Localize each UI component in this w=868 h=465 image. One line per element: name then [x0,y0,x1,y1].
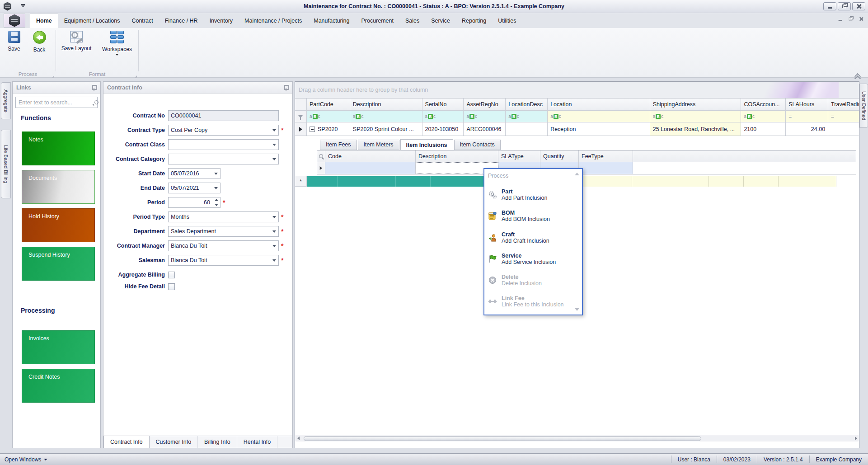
end-date-picker[interactable]: 05/07/2021 [168,183,221,193]
collapse-ribbon-icon[interactable] [854,72,862,78]
column-header-locationdesc[interactable]: LocationDesc [506,99,548,111]
period-type-select[interactable]: Months [168,211,279,222]
spin-down-icon[interactable] [215,204,218,206]
hold-history-button[interactable]: Hold History [22,208,95,242]
scroll-down-icon[interactable] [575,308,579,311]
menu-item-part[interactable]: PartAdd Part Inclusion [488,187,578,202]
menu-item-service[interactable]: ServiceAdd Service Inclusion [488,251,578,267]
tab-billing-info[interactable]: Billing Info [198,436,237,448]
filter-travelradius[interactable]: = [828,111,859,122]
column-header-location[interactable]: Location [548,99,650,111]
scroll-right-icon[interactable] [855,437,857,440]
tab-contract-info[interactable]: Contract Info [103,436,150,448]
side-tab-aggregate[interactable]: Aggregate [1,82,11,119]
period-spinner[interactable]: 60 [168,197,221,208]
group-launcher-icon[interactable] [52,75,54,78]
tab-equipment-locations[interactable]: Equipment / Locations [58,13,126,28]
aggregate-billing-checkbox[interactable] [168,272,175,278]
filter-locationdesc[interactable]: aBc [506,111,548,122]
newrow-feetype-cell[interactable] [579,162,633,174]
mdi-minimize-icon[interactable] [839,20,842,21]
tab-service[interactable]: Service [425,13,456,28]
filter-shippingaddress[interactable]: aBc [650,111,741,122]
column-header-description[interactable]: Description [350,99,422,111]
search-icon[interactable] [94,100,94,105]
close-button[interactable] [852,2,865,10]
collapse-icon[interactable] [310,127,315,132]
side-tab-life-based-billing[interactable]: Life Based Billing [1,130,11,198]
contract-class-select[interactable] [168,139,279,150]
grid-data-row[interactable]: SP2020 SP2020 Sprint Colour ... 2020-103… [295,122,859,136]
mdi-restore-icon[interactable] [849,18,853,21]
save-layout-button[interactable]: Save Layout [61,31,92,52]
credit-notes-button[interactable]: Credit Notes [22,369,95,403]
tab-item-meters[interactable]: Item Meters [358,140,399,150]
subcolumn-quantity[interactable]: Quantity [540,150,579,162]
invoices-button[interactable]: Invoices [22,330,95,364]
start-date-picker[interactable]: 05/07/2016 [168,168,221,179]
spin-up-icon[interactable] [215,199,218,201]
filter-description[interactable]: aBc [350,111,422,122]
links-search[interactable] [15,97,98,108]
column-header-serialno[interactable]: SerialNo [422,99,464,111]
pin-icon[interactable] [91,85,97,91]
column-header-travelradius[interactable]: TravelRadiu... [828,99,859,111]
column-header-shippingaddress[interactable]: ShippingAddress [650,99,741,111]
side-tab-user-defined[interactable]: User Defined [859,84,868,128]
column-header-cosaccount[interactable]: COSAccoun... [741,99,786,111]
suspend-history-button[interactable]: Suspend History [22,247,95,281]
subcolumn-code[interactable]: Code [325,150,416,162]
menu-item-craft[interactable]: CraftAdd Craft Inclusion [488,230,578,245]
tab-contract[interactable]: Contract [126,13,159,28]
column-header-assetregno[interactable]: AssetRegNo [464,99,506,111]
scroll-left-icon[interactable] [297,437,300,440]
subcolumn-slatype[interactable]: SLAType [498,150,540,162]
scroll-up-icon[interactable] [575,173,579,175]
filter-serialno[interactable]: aBc [422,111,464,122]
menu-item-delete[interactable]: DeleteDelete Inclusion [488,272,578,288]
column-header-slahours[interactable]: SLAHours [786,99,828,111]
minimize-button[interactable] [823,2,836,10]
search-input[interactable] [16,99,94,106]
tab-procurement[interactable]: Procurement [355,13,399,28]
tab-rental-info[interactable]: Rental Info [237,436,277,448]
tab-item-fees[interactable]: Item Fees [320,140,357,150]
application-menu-button[interactable] [4,14,25,28]
newrow-code-cell[interactable] [325,162,416,174]
filter-cosaccount[interactable]: aBc [741,111,786,122]
horizontal-scrollbar[interactable] [295,435,859,442]
open-windows-button[interactable]: Open Windows [5,456,47,463]
tab-manufacturing[interactable]: Manufacturing [308,13,355,28]
save-button[interactable]: Save [0,31,28,52]
tab-home[interactable]: Home [30,13,58,28]
filter-slahours[interactable]: = [786,111,828,122]
notes-button[interactable]: Notes [22,132,95,165]
tab-maintenance-projects[interactable]: Maintenance / Projects [239,13,308,28]
mdi-close-icon[interactable] [859,17,863,21]
contract-manager-select[interactable]: Bianca Du Toit [168,240,279,251]
restore-button[interactable] [838,2,851,10]
group-by-bar[interactable]: Drag a column header here to group by th… [295,82,859,99]
tab-sales[interactable]: Sales [399,13,425,28]
pin-icon[interactable] [283,85,289,91]
menu-item-link-fee[interactable]: Link FeeLink Fee to this Inclusion [488,294,578,309]
subcolumn-description[interactable]: Description [416,150,498,162]
tab-customer-info[interactable]: Customer Info [150,436,198,448]
tab-utilities[interactable]: Utilities [492,13,522,28]
contract-type-select[interactable]: Cost Per Copy [168,125,279,136]
tab-inventory[interactable]: Inventory [204,13,239,28]
menu-item-bom[interactable]: BOMAdd BOM Inclusion [488,208,578,224]
back-button[interactable]: Back [25,31,53,53]
group-launcher-icon[interactable] [134,75,137,78]
department-select[interactable]: Sales Department [168,226,279,237]
filter-partcode[interactable]: aBc [307,111,350,122]
salesman-select[interactable]: Bianca Du Toit [168,255,279,266]
filter-location[interactable]: aBc [548,111,650,122]
hide-fee-detail-checkbox[interactable] [168,283,175,290]
documents-button[interactable]: Documents [22,170,95,204]
filter-assetregno[interactable]: aBc [464,111,506,122]
tab-item-contacts[interactable]: Item Contacts [454,140,501,150]
column-header-partcode[interactable]: PartCode [307,99,350,111]
subgrid-new-row[interactable] [317,162,856,174]
tab-reporting[interactable]: Reporting [456,13,492,28]
